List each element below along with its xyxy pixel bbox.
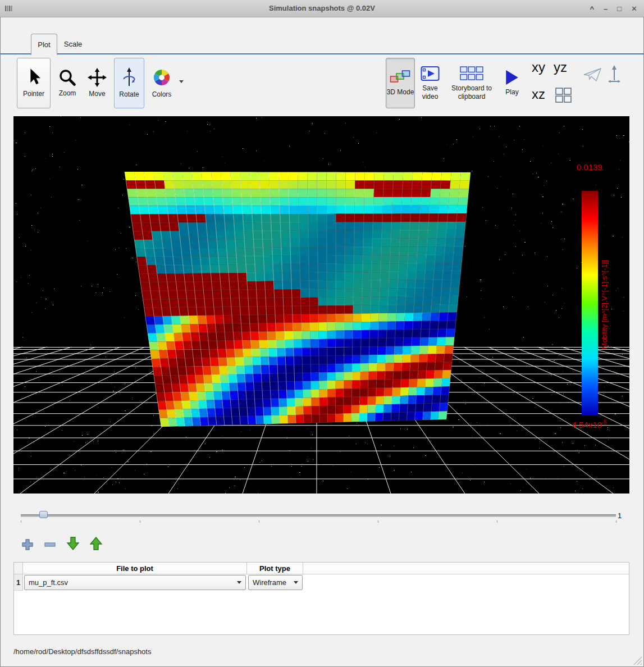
- play-label: Play: [505, 88, 518, 96]
- minus-icon: [44, 538, 56, 551]
- timeline-tick: [259, 520, 259, 523]
- file-select[interactable]: mu_p_ft.csv: [24, 575, 246, 590]
- move-arrows-icon: [88, 68, 107, 87]
- colorbar-min-label: 4.54x10-5: [547, 419, 632, 430]
- statusbar-path: /home/rod/Desktop/dfsdsffdssdf/snapshots: [13, 647, 151, 656]
- arrow-down-icon: [66, 536, 80, 551]
- video-icon: [421, 66, 440, 81]
- colorbar-axis-label: Mobility [m^[2].V^[-1].s^[-1]]: [599, 195, 609, 414]
- app-window: Simulation snapshots @ 0.02V ^ – □ ✕ Plo…: [0, 0, 644, 667]
- colors-tool-button[interactable]: Colors: [146, 58, 177, 108]
- pointer-cursor-icon: [26, 68, 42, 87]
- tab-plot[interactable]: Plot: [31, 34, 57, 55]
- file-table: File to plot Plot type 1 mu_p_ft.csv Wir…: [13, 562, 629, 635]
- add-row-button[interactable]: [20, 537, 35, 552]
- colorbar-axis-text: Mobility [m^[2].V^[-1].s^[-1]]: [600, 260, 609, 349]
- timeline: 1: [13, 508, 629, 526]
- color-wheel-icon: [152, 67, 172, 88]
- colors-dropdown-arrow-icon[interactable]: [179, 80, 184, 83]
- save-video-label: Save video: [417, 84, 444, 100]
- resize-grip[interactable]: [633, 656, 643, 666]
- plot-type-select-value: Wireframe: [249, 578, 294, 587]
- colorbar-max-label: 0.0139: [550, 162, 629, 172]
- send-paper-plane-icon[interactable]: [583, 67, 602, 82]
- row-index-cell: 1: [14, 574, 23, 591]
- maximize-button[interactable]: □: [617, 5, 622, 12]
- zoom-tool-button[interactable]: Zoom: [53, 58, 82, 108]
- timeline-end-label: 1: [618, 511, 622, 520]
- table-corner-cell: [14, 563, 23, 574]
- multi-view-grid-button[interactable]: [555, 88, 572, 103]
- type-column-header: Plot type: [247, 563, 303, 574]
- 3d-mode-label: 3D Mode: [387, 88, 414, 96]
- tab-scale-label: Scale: [64, 40, 83, 48]
- arrow-up-icon: [89, 536, 103, 551]
- storyboard-label: Storyboard to clipboard: [446, 84, 497, 100]
- pointer-tool-label: Pointer: [23, 90, 44, 98]
- pointer-tool-button[interactable]: Pointer: [17, 58, 51, 108]
- 3d-mode-icon: [390, 70, 411, 85]
- timeline-tick: [378, 520, 378, 523]
- move-up-button[interactable]: [89, 536, 103, 551]
- timeline-tick: [140, 520, 140, 523]
- file-select-value: mu_p_ft.csv: [25, 578, 237, 587]
- save-video-button[interactable]: Save video: [416, 58, 444, 108]
- storyboard-grid-icon: [460, 66, 483, 81]
- plot-type-select[interactable]: Wireframe: [248, 575, 303, 590]
- view-xz-button[interactable]: xz: [532, 88, 545, 101]
- dropdown-arrow-icon: [294, 581, 298, 584]
- view-yz-button[interactable]: yz: [554, 61, 567, 74]
- play-button[interactable]: Play: [499, 58, 526, 108]
- plot-area[interactable]: 0.0139 Mobility [m^[2].V^[-1].s^[-1]] 4.…: [13, 116, 629, 494]
- timeline-tick: [616, 520, 616, 523]
- minimize-button[interactable]: –: [604, 5, 608, 12]
- tab-plot-label: Plot: [38, 40, 50, 49]
- file-column-header: File to plot: [23, 563, 247, 574]
- view-xy-button[interactable]: xy: [532, 61, 545, 74]
- remove-row-button[interactable]: [43, 537, 57, 552]
- timeline-track[interactable]: [21, 514, 616, 517]
- window-controls: ^ – □ ✕: [590, 0, 637, 17]
- rotate-tool-button[interactable]: Rotate: [114, 58, 144, 108]
- rotate-axis-icon: [121, 67, 137, 88]
- titlebar[interactable]: Simulation snapshots @ 0.02V ^ – □ ✕: [0, 0, 644, 17]
- rotate-tool-label: Rotate: [119, 90, 139, 98]
- tab-scale[interactable]: Scale: [58, 34, 88, 54]
- magnifier-icon: [58, 68, 76, 86]
- timeline-tick: [21, 520, 21, 523]
- empty-header-cell: [303, 563, 629, 574]
- tabbar-underline: [0, 53, 644, 54]
- zoom-tool-label: Zoom: [59, 89, 76, 97]
- move-tool-label: Move: [89, 90, 105, 98]
- timeline-tick: [497, 520, 497, 523]
- move-tool-button[interactable]: Move: [83, 58, 112, 108]
- shade-button[interactable]: ^: [590, 5, 594, 12]
- storyboard-button[interactable]: Storyboard to clipboard: [445, 58, 498, 108]
- plot-canvas[interactable]: [13, 116, 629, 494]
- 3d-mode-button[interactable]: 3D Mode: [386, 58, 415, 108]
- colorbar-min-mantissa: 4.54x10: [572, 420, 602, 430]
- dropdown-arrow-icon: [237, 581, 241, 584]
- plus-icon: [21, 538, 34, 551]
- colorbar-min-exponent: -5: [602, 419, 607, 426]
- axis-rotate-tool-icon[interactable]: [608, 65, 620, 84]
- colorbar-gradient: [582, 191, 598, 415]
- window-title: Simulation snapshots @ 0.02V: [0, 0, 644, 17]
- close-button[interactable]: ✕: [631, 5, 637, 12]
- play-icon: [505, 70, 519, 85]
- colors-tool-label: Colors: [152, 90, 172, 98]
- timeline-thumb[interactable]: [39, 511, 48, 518]
- move-down-button[interactable]: [66, 536, 80, 551]
